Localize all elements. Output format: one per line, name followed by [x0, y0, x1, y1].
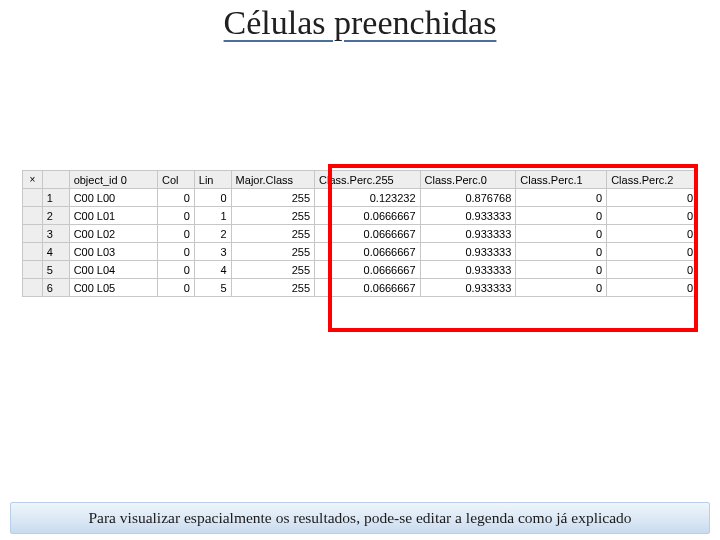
close-icon: ×	[27, 175, 38, 185]
cell-major-class[interactable]: 255	[231, 261, 314, 279]
cell-major-class[interactable]: 255	[231, 189, 314, 207]
cell-p0[interactable]: 0.933333	[420, 207, 516, 225]
table-row[interactable]: 3 C00 L02 0 2 255 0.0666667 0.933333 0 0	[23, 225, 698, 243]
title-area: Células preenchidas	[48, 4, 672, 42]
cell-p255[interactable]: 0.0666667	[315, 279, 421, 297]
cell-major-class[interactable]: 255	[231, 225, 314, 243]
table-row[interactable]: 4 C00 L03 0 3 255 0.0666667 0.933333 0 0	[23, 243, 698, 261]
row-number[interactable]: 4	[42, 243, 69, 261]
cell-lin[interactable]: 5	[194, 279, 231, 297]
cell-p2[interactable]: 0	[607, 207, 698, 225]
page-title: Células preenchidas	[220, 4, 501, 42]
cell-object-id[interactable]: C00 L02	[69, 225, 157, 243]
col-header-class-perc-255[interactable]: Class.Perc.255	[315, 171, 421, 189]
col-header-class-perc-1[interactable]: Class.Perc.1	[516, 171, 607, 189]
cell-lin[interactable]: 1	[194, 207, 231, 225]
rowheader-corner	[42, 171, 69, 189]
row-number[interactable]: 5	[42, 261, 69, 279]
cell-p0[interactable]: 0.933333	[420, 243, 516, 261]
cell-p0[interactable]: 0.876768	[420, 189, 516, 207]
cell-p255[interactable]: 0.0666667	[315, 207, 421, 225]
row-gutter	[23, 189, 43, 207]
cell-object-id[interactable]: C00 L01	[69, 207, 157, 225]
cell-col[interactable]: 0	[157, 207, 194, 225]
cell-p255[interactable]: 0.123232	[315, 189, 421, 207]
row-gutter	[23, 207, 43, 225]
cell-col[interactable]: 0	[157, 279, 194, 297]
cell-object-id[interactable]: C00 L00	[69, 189, 157, 207]
row-gutter	[23, 261, 43, 279]
cell-p1[interactable]: 0	[516, 207, 607, 225]
cell-p2[interactable]: 0	[607, 261, 698, 279]
row-gutter	[23, 225, 43, 243]
row-number[interactable]: 3	[42, 225, 69, 243]
table-row[interactable]: 2 C00 L01 0 1 255 0.0666667 0.933333 0 0	[23, 207, 698, 225]
cell-lin[interactable]: 0	[194, 189, 231, 207]
table-row[interactable]: 6 C00 L05 0 5 255 0.0666667 0.933333 0 0	[23, 279, 698, 297]
col-header-lin[interactable]: Lin	[194, 171, 231, 189]
row-number[interactable]: 2	[42, 207, 69, 225]
cell-p1[interactable]: 0	[516, 261, 607, 279]
cell-p2[interactable]: 0	[607, 225, 698, 243]
cell-p1[interactable]: 0	[516, 189, 607, 207]
cell-col[interactable]: 0	[157, 225, 194, 243]
cell-p2[interactable]: 0	[607, 189, 698, 207]
header-row: × object_id 0 Col Lin Major.Class Class.…	[23, 171, 698, 189]
cell-p2[interactable]: 0	[607, 279, 698, 297]
cell-p1[interactable]: 0	[516, 243, 607, 261]
cell-object-id[interactable]: C00 L04	[69, 261, 157, 279]
col-header-major-class[interactable]: Major.Class	[231, 171, 314, 189]
row-number[interactable]: 1	[42, 189, 69, 207]
cell-col[interactable]: 0	[157, 243, 194, 261]
cell-major-class[interactable]: 255	[231, 243, 314, 261]
close-panel-button[interactable]: ×	[23, 171, 43, 189]
cell-p0[interactable]: 0.933333	[420, 261, 516, 279]
cell-major-class[interactable]: 255	[231, 279, 314, 297]
cell-p1[interactable]: 0	[516, 279, 607, 297]
cell-p255[interactable]: 0.0666667	[315, 261, 421, 279]
row-gutter	[23, 279, 43, 297]
cell-p2[interactable]: 0	[607, 243, 698, 261]
cell-major-class[interactable]: 255	[231, 207, 314, 225]
cell-lin[interactable]: 2	[194, 225, 231, 243]
col-header-class-perc-0[interactable]: Class.Perc.0	[420, 171, 516, 189]
col-header-class-perc-2[interactable]: Class.Perc.2	[607, 171, 698, 189]
cell-p0[interactable]: 0.933333	[420, 279, 516, 297]
cell-lin[interactable]: 3	[194, 243, 231, 261]
data-grid: × object_id 0 Col Lin Major.Class Class.…	[22, 170, 698, 297]
cell-lin[interactable]: 4	[194, 261, 231, 279]
col-header-object-id[interactable]: object_id 0	[69, 171, 157, 189]
cell-p1[interactable]: 0	[516, 225, 607, 243]
row-gutter	[23, 243, 43, 261]
table-row[interactable]: 1 C00 L00 0 0 255 0.123232 0.876768 0 0	[23, 189, 698, 207]
cell-object-id[interactable]: C00 L05	[69, 279, 157, 297]
cell-p255[interactable]: 0.0666667	[315, 225, 421, 243]
cell-p255[interactable]: 0.0666667	[315, 243, 421, 261]
cell-col[interactable]: 0	[157, 261, 194, 279]
cell-object-id[interactable]: C00 L03	[69, 243, 157, 261]
footer-note-bar: Para visualizar espacialmente os resulta…	[10, 502, 710, 534]
data-grid-container: × object_id 0 Col Lin Major.Class Class.…	[22, 170, 698, 297]
cell-col[interactable]: 0	[157, 189, 194, 207]
col-header-col[interactable]: Col	[157, 171, 194, 189]
table-row[interactable]: 5 C00 L04 0 4 255 0.0666667 0.933333 0 0	[23, 261, 698, 279]
cell-p0[interactable]: 0.933333	[420, 225, 516, 243]
row-number[interactable]: 6	[42, 279, 69, 297]
footer-note-text: Para visualizar espacialmente os resulta…	[88, 509, 631, 527]
